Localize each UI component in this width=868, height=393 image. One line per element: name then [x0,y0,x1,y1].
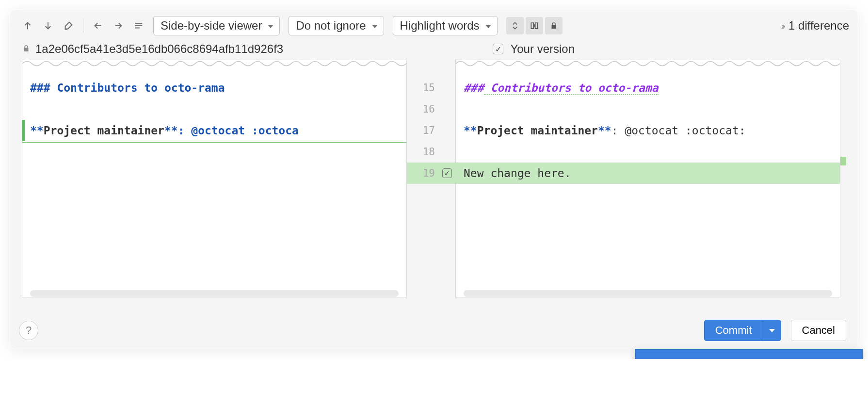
horizontal-scrollbar[interactable] [30,290,399,297]
include-change-checkbox[interactable]: ✓ [493,44,503,54]
highlight-mode-dropdown[interactable]: Highlight words [393,16,498,35]
right-version-label: Your version [510,42,575,56]
prev-diff-icon[interactable] [19,17,36,34]
separator [83,19,83,33]
left-pane: ### Contributors to octo-rama **Project … [22,60,407,297]
help-button[interactable]: ? [19,321,38,340]
code-line[interactable]: **Project maintainer**: @octocat :octoca… [456,120,840,141]
diff-dialog: Side-by-side viewer Do not ignore Highli… [10,10,858,349]
edit-icon[interactable] [60,17,77,34]
diff-area: ### Contributors to octo-rama **Project … [10,60,858,297]
code-line[interactable]: ### Contributors to octo-rama [456,77,840,98]
expand-chevrons-icon[interactable]: ›› [781,20,784,32]
code-line[interactable]: ### Contributors to octo-rama [22,77,406,98]
line-number: 16 [407,98,439,120]
difference-count: ›› 1 difference [781,19,849,33]
highlight-mode-label: Highlight words [400,19,480,33]
viewer-mode-label: Side-by-side viewer [161,19,262,33]
line-number: 18 [407,141,439,163]
revision-header: 1a2e06cf5a41e3d5e16db066c8694afb11d926f3… [10,40,858,60]
svg-rect-0 [531,23,533,29]
collapse-unchanged-icon[interactable] [506,17,524,34]
line-number: 19 [407,163,439,184]
commit-button[interactable]: Commit [704,320,781,341]
code-text: ### Contributors to octo-rama [464,82,659,94]
forward-icon[interactable] [110,17,127,34]
line-number: 15 [407,77,439,98]
code-line-added[interactable]: New change here. [456,163,840,184]
ignore-mode-label: Do not ignore [296,19,366,33]
viewer-mode-dropdown[interactable]: Side-by-side viewer [153,16,280,35]
code-text: ### Contributors to octo-rama [30,82,225,94]
commit-dropdown-caret[interactable] [763,320,781,341]
include-line-checkbox[interactable]: ✓ [442,168,452,178]
left-revision-hash: 1a2e06cf5a41e3d5e16db066c8694afb11d926f3 [35,42,283,56]
code-line[interactable] [456,98,840,120]
readonly-lock-icon[interactable] [545,17,563,34]
svg-rect-1 [535,23,537,29]
lock-icon [22,42,31,56]
right-pane: ### Contributors to octo-rama **Project … [455,60,840,297]
code-line[interactable] [22,98,406,120]
code-text: **Project maintainer**: @octocat :octoca… [464,124,746,137]
error-stripe[interactable] [840,60,846,297]
diff-toggle-group [506,17,563,34]
horizontal-scrollbar[interactable] [464,290,832,297]
sync-scroll-icon[interactable] [526,17,543,34]
line-number-gutter: 15 16 17 18 19 [407,60,439,297]
commit-and-push-shortcut: Meta+Alt+K [789,358,850,359]
back-icon[interactable] [89,17,107,34]
code-line[interactable]: **Project maintainer**: @octocat :octoca [22,120,406,141]
collapsed-region-indicator[interactable] [22,60,406,67]
cancel-button[interactable]: Cancel [791,320,846,341]
include-line-column: ✓ [439,60,455,297]
commit-and-push-action[interactable]: Commit and Push… [647,358,752,359]
difference-count-label: 1 difference [788,19,849,33]
cancel-button-label: Cancel [802,324,835,336]
collapsed-region-indicator[interactable] [456,60,840,67]
ignore-mode-dropdown[interactable]: Do not ignore [289,16,384,35]
commit-button-label: Commit [705,320,763,341]
change-marker [22,120,25,141]
code-text: New change here. [464,167,571,180]
code-text: **Project maintainer**: @octocat :octoca [30,124,299,137]
code-line[interactable] [456,141,840,163]
line-number: 17 [407,120,439,141]
dialog-footer: ? Commit Cancel [19,320,846,341]
list-icon[interactable] [130,17,147,34]
commit-actions-popup[interactable]: Commit and Push… Meta+Alt+K [635,349,863,359]
diff-toolbar: Side-by-side viewer Do not ignore Highli… [10,10,858,40]
next-diff-icon[interactable] [39,17,57,34]
